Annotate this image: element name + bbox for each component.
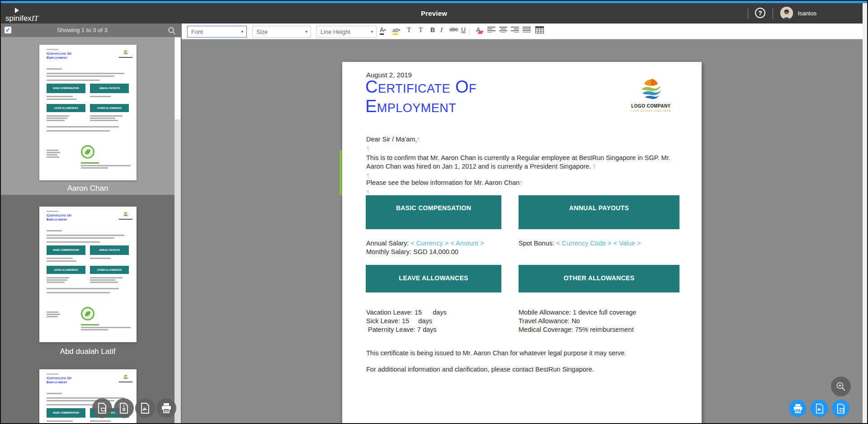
app-header: spinifexIT Preview ? lsantos: [1, 3, 867, 24]
medical-coverage-line: Medical Coverage: 75% reimbursement: [519, 325, 634, 334]
font-color-icon[interactable]: A▾: [380, 26, 386, 37]
align-center-icon[interactable]: [499, 26, 507, 37]
mini-text-line: [47, 96, 73, 97]
mini-signature-line: [47, 154, 57, 155]
mini-logo-text: [119, 57, 132, 58]
mini-stamp-caption: [81, 324, 99, 325]
export-document-button[interactable]: [92, 398, 112, 418]
mini-text-line: [47, 288, 119, 289]
thumbnail-item-aaron-chan[interactable]: Certificate OfEmployment BASIC COMPENSAT…: [1, 37, 175, 195]
sidebar-scrollbar[interactable]: [175, 37, 181, 424]
italic-icon[interactable]: I: [440, 26, 443, 37]
mini-text-line: [81, 165, 131, 166]
text-uppercase-icon[interactable]: T: [407, 26, 411, 37]
mini-text-line: [81, 167, 108, 169]
mini-text-line: [47, 126, 119, 127]
mini-text-line: [47, 68, 62, 70]
mini-stamp-seal: [81, 307, 94, 320]
value-placeholder: < Value >: [613, 240, 641, 247]
username-label[interactable]: lsantos: [798, 10, 816, 17]
mini-banner: ANNUAL PAYOUTS: [90, 245, 129, 255]
mini-banner: OTHER ALLOWANCES: [90, 266, 129, 274]
user-avatar[interactable]: [780, 7, 793, 19]
mini-text-line: [90, 277, 123, 278]
mini-text-line: [47, 404, 100, 405]
underline-icon[interactable]: U: [461, 26, 466, 37]
mini-company-logo: [122, 211, 129, 218]
mini-text-line: [90, 120, 118, 121]
align-justify-icon[interactable]: [523, 26, 531, 37]
clear-formatting-icon[interactable]: A: [473, 26, 484, 37]
highlight-color-icon[interactable]: ab▾: [392, 26, 400, 37]
mini-banner: ANNUAL PAYOUTS: [90, 84, 129, 93]
mini-stamp-caption: [81, 162, 99, 164]
mini-text-line: [81, 327, 131, 328]
mini-date-line: [47, 49, 58, 50]
print-button[interactable]: [789, 400, 807, 417]
font-family-dropdown[interactable]: Font▾: [187, 26, 247, 38]
mini-date-line: [47, 373, 58, 375]
download-pdf-button[interactable]: [811, 400, 828, 417]
mini-text-line: [47, 241, 100, 243]
mini-signature-line: [47, 316, 57, 317]
thumbnail-list: Certificate OfEmployment BASIC COMPENSAT…: [1, 37, 182, 424]
document-page[interactable]: August 2, 2019 Certificate OfEmployment …: [342, 62, 702, 424]
insert-table-icon[interactable]: [535, 26, 544, 37]
header-divider: [748, 8, 748, 19]
export-button[interactable]: [832, 400, 849, 417]
mobile-allowance-line: Mobile Allowance: 1 device full coverage: [519, 308, 636, 317]
export-zip-button[interactable]: [114, 398, 134, 418]
mini-text-line: [47, 73, 124, 74]
font-size-dropdown[interactable]: Size▾: [252, 26, 311, 38]
formatting-toolbar: Font▾ Size▾ Line Height▾ A▾ ab▾ T T B I …: [182, 24, 868, 39]
zoom-in-button[interactable]: [831, 377, 851, 396]
mini-text-line: [90, 118, 115, 119]
export-pdf-button[interactable]: [135, 398, 155, 418]
print-all-button[interactable]: [156, 398, 176, 418]
page-title: Preview: [1, 9, 867, 17]
mini-company-logo: [122, 49, 129, 56]
closing-paragraph-2: For additional information and clarifica…: [366, 365, 687, 374]
company-logo-slogan: YOUR SLOGAN GOES HERE: [619, 109, 683, 112]
mini-text-line: [90, 279, 115, 281]
mini-stamp-seal: [81, 145, 94, 159]
pilcrow-mark: ¶: [519, 180, 522, 186]
mini-text-line: [47, 397, 124, 399]
banner-other-allowances: OTHER ALLOWANCES: [519, 265, 679, 292]
sidebar-scrollbar-thumb[interactable]: [175, 38, 180, 119]
line-height-dropdown[interactable]: Line Height▾: [316, 26, 377, 38]
mini-banner: BASIC COMPENSATION: [47, 84, 85, 93]
vacation-leave-line: Vacation Leave: 15 days: [366, 308, 447, 317]
mini-company-logo: [122, 373, 129, 381]
mini-text-line: [90, 258, 111, 259]
banner-annual-payouts: ANNUAL PAYOUTS: [519, 195, 679, 229]
mini-date-line: [47, 211, 58, 212]
mini-text-line: [47, 118, 67, 119]
thumbnail-caption: Aaron Chan: [1, 184, 175, 193]
strikethrough-icon[interactable]: abc: [449, 26, 458, 37]
thumbnail-item-abd-dualah-latif[interactable]: Certificate OfEmployment BASIC COMPENSAT…: [1, 195, 175, 358]
mini-signature-line: [47, 156, 59, 158]
align-left-icon[interactable]: [487, 26, 495, 37]
mini-text-line: [90, 96, 111, 97]
avatar-image: [780, 7, 793, 19]
main-scrollbar[interactable]: [863, 3, 868, 424]
mini-text-line: [47, 292, 110, 293]
mini-logo-text: [119, 219, 132, 220]
bold-icon[interactable]: B: [430, 26, 435, 37]
banner-leave-allowances: LEAVE ALLOWANCES: [366, 265, 501, 292]
pilcrow-mark: ¶: [593, 164, 595, 170]
currency-code-placeholder: < Currency Code >: [556, 240, 612, 247]
body-paragraph-2: Please see the below information for Mr.…: [366, 179, 523, 188]
help-icon[interactable]: ?: [755, 8, 765, 18]
mini-text-line: [47, 130, 110, 132]
mini-text-line: [47, 260, 76, 262]
banner-basic-compensation: BASIC COMPENSATION: [366, 195, 501, 229]
align-right-icon[interactable]: [511, 26, 519, 37]
company-logo-name: LOGO COMPANY: [619, 104, 683, 108]
app-window: spinifexIT Preview ? lsantos ✓ Showing 1…: [0, 0, 868, 424]
currency-placeholder: < Currency >: [410, 240, 448, 247]
mini-title: Certificate OfEmployment: [47, 376, 72, 384]
search-icon[interactable]: [167, 26, 176, 35]
text-lowercase-icon[interactable]: T: [419, 26, 423, 37]
